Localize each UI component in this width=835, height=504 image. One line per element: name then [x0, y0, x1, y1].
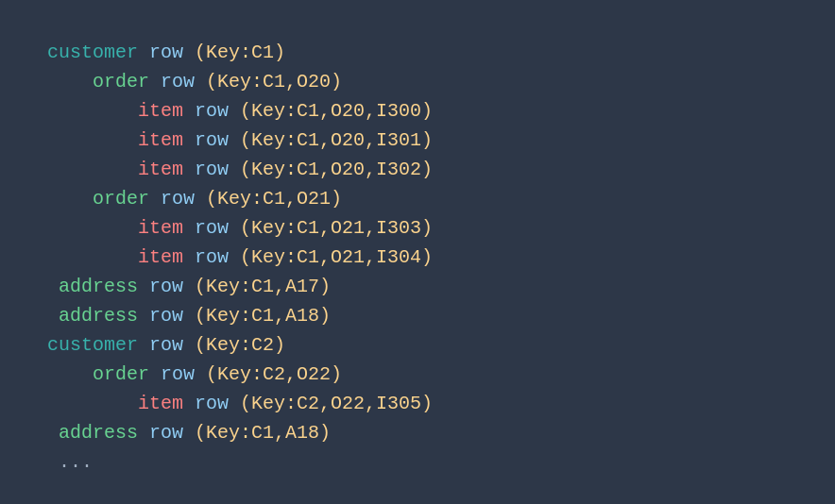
code-token: row [183, 96, 240, 126]
code-line: ... [47, 447, 433, 477]
code-token: item [138, 243, 183, 272]
code-token: customer [47, 38, 138, 67]
code-token: (Key:C1,A18) [195, 301, 331, 330]
code-display: customer row (Key:C1) order row (Key:C1,… [47, 38, 433, 477]
code-token: order [93, 184, 149, 213]
code-token: row [149, 360, 206, 389]
code-line: address row (Key:C1,A18) [47, 301, 433, 330]
code-line: item row (Key:C1,O20,I300) [47, 96, 433, 126]
code-token: (Key:C1) [195, 38, 285, 67]
code-token: (Key:C1,O21,I304) [240, 243, 433, 272]
code-token: item [138, 96, 183, 126]
code-token: row [183, 155, 240, 184]
code-token: order [93, 67, 149, 96]
code-token: row [138, 272, 195, 301]
code-token: (Key:C1,O20,I302) [240, 155, 433, 184]
code-line: order row (Key:C2,O22) [47, 360, 433, 389]
code-token: row [138, 301, 195, 330]
code-token: (Key:C2) [195, 330, 285, 360]
code-token: (Key:C1,O21) [206, 184, 342, 213]
code-token: order [93, 360, 149, 389]
code-token: row [149, 184, 206, 213]
code-token: (Key:C1,O21,I303) [240, 213, 433, 243]
code-token: (Key:C1,O20,I300) [240, 96, 433, 126]
code-token: customer [47, 330, 138, 360]
code-token: ... [47, 447, 93, 477]
code-token: item [138, 155, 183, 184]
code-line: address row (Key:C1,A18) [47, 418, 433, 447]
code-token: address [47, 272, 138, 301]
code-line: order row (Key:C1,O20) [47, 67, 433, 96]
code-token: item [138, 213, 183, 243]
code-line: item row (Key:C1,O20,I301) [47, 126, 433, 155]
code-line: item row (Key:C2,O22,I305) [47, 389, 433, 418]
code-token: address [47, 418, 138, 447]
code-token: row [149, 67, 206, 96]
code-token: row [183, 243, 240, 272]
code-token: row [138, 38, 195, 67]
code-token: (Key:C1,A18) [195, 418, 331, 447]
code-token: (Key:C2,O22) [206, 360, 342, 389]
code-token: (Key:C1,O20,I301) [240, 126, 433, 155]
code-line: order row (Key:C1,O21) [47, 184, 433, 213]
code-line: item row (Key:C1,O21,I303) [47, 213, 433, 243]
code-line: item row (Key:C1,O20,I302) [47, 155, 433, 184]
code-token: row [183, 126, 240, 155]
code-line: customer row (Key:C1) [47, 38, 433, 67]
code-token: row [138, 330, 195, 360]
code-token: (Key:C1,O20) [206, 67, 342, 96]
code-token: address [47, 301, 138, 330]
code-token: row [183, 389, 240, 418]
code-line: customer row (Key:C2) [47, 330, 433, 360]
code-token: row [183, 213, 240, 243]
code-line: item row (Key:C1,O21,I304) [47, 243, 433, 272]
code-token: (Key:C1,A17) [195, 272, 331, 301]
code-token: item [138, 126, 183, 155]
code-token: row [138, 418, 195, 447]
code-line: address row (Key:C1,A17) [47, 272, 433, 301]
code-token: (Key:C2,O22,I305) [240, 389, 433, 418]
code-token: item [138, 389, 183, 418]
